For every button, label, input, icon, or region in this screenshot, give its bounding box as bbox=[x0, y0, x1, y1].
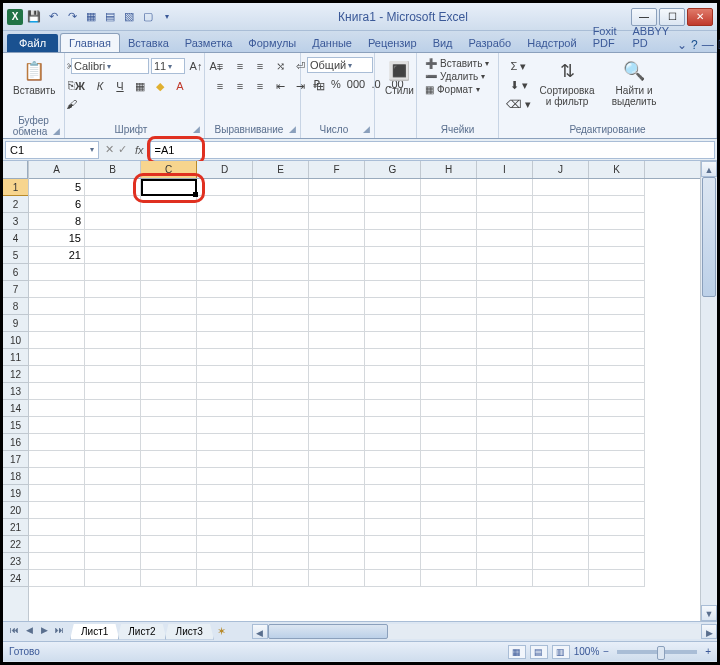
currency-icon[interactable]: ₽ bbox=[307, 75, 325, 93]
cell-F15[interactable] bbox=[309, 417, 365, 434]
cell-D23[interactable] bbox=[197, 553, 253, 570]
cell-D13[interactable] bbox=[197, 383, 253, 400]
cell-A6[interactable] bbox=[29, 264, 85, 281]
cell-G2[interactable] bbox=[365, 196, 421, 213]
cell-J10[interactable] bbox=[533, 332, 589, 349]
cell-I16[interactable] bbox=[477, 434, 533, 451]
tab-view[interactable]: Вид bbox=[425, 34, 461, 52]
cell-F5[interactable] bbox=[309, 247, 365, 264]
border-icon[interactable]: ▦ bbox=[131, 77, 149, 95]
cell-F14[interactable] bbox=[309, 400, 365, 417]
undo-icon[interactable]: ↶ bbox=[45, 9, 61, 25]
cell-G24[interactable] bbox=[365, 570, 421, 587]
cell-H15[interactable] bbox=[421, 417, 477, 434]
cell-G3[interactable] bbox=[365, 213, 421, 230]
cell-K23[interactable] bbox=[589, 553, 645, 570]
cell-C3[interactable] bbox=[141, 213, 197, 230]
cell-K20[interactable] bbox=[589, 502, 645, 519]
cell-E16[interactable] bbox=[253, 434, 309, 451]
alignment-launcher-icon[interactable]: ◢ bbox=[289, 124, 296, 134]
cell-J6[interactable] bbox=[533, 264, 589, 281]
cell-C14[interactable] bbox=[141, 400, 197, 417]
cell-F17[interactable] bbox=[309, 451, 365, 468]
cell-C23[interactable] bbox=[141, 553, 197, 570]
cell-I6[interactable] bbox=[477, 264, 533, 281]
hscroll-thumb[interactable] bbox=[268, 624, 388, 639]
cell-C6[interactable] bbox=[141, 264, 197, 281]
styles-button[interactable]: 🔳 Стили bbox=[381, 57, 418, 98]
cell-A11[interactable] bbox=[29, 349, 85, 366]
row-header-1[interactable]: 1 bbox=[3, 179, 28, 196]
align-left-icon[interactable]: ≡ bbox=[211, 77, 229, 95]
name-box[interactable]: C1 ▾ bbox=[5, 141, 99, 159]
cell-H19[interactable] bbox=[421, 485, 477, 502]
cell-H9[interactable] bbox=[421, 315, 477, 332]
vscroll-thumb[interactable] bbox=[702, 177, 716, 297]
tab-last-icon[interactable]: ⏭ bbox=[52, 625, 66, 639]
cell-J23[interactable] bbox=[533, 553, 589, 570]
cell-J24[interactable] bbox=[533, 570, 589, 587]
cell-A5[interactable]: 21 bbox=[29, 247, 85, 264]
fx-icon[interactable]: fx bbox=[131, 144, 148, 156]
cell-H17[interactable] bbox=[421, 451, 477, 468]
italic-icon[interactable]: К bbox=[91, 77, 109, 95]
cell-C12[interactable] bbox=[141, 366, 197, 383]
tab-foxit[interactable]: Foxit PDF bbox=[585, 22, 625, 52]
cell-F6[interactable] bbox=[309, 264, 365, 281]
cell-J20[interactable] bbox=[533, 502, 589, 519]
cell-G5[interactable] bbox=[365, 247, 421, 264]
cell-B9[interactable] bbox=[85, 315, 141, 332]
tab-addins[interactable]: Надстрой bbox=[519, 34, 584, 52]
cell-B22[interactable] bbox=[85, 536, 141, 553]
cell-C21[interactable] bbox=[141, 519, 197, 536]
cell-G10[interactable] bbox=[365, 332, 421, 349]
cell-K5[interactable] bbox=[589, 247, 645, 264]
grid[interactable]: ABCDEFGHIJK 55681521 bbox=[29, 161, 700, 621]
row-header-17[interactable]: 17 bbox=[3, 451, 28, 468]
row-header-19[interactable]: 19 bbox=[3, 485, 28, 502]
cell-H20[interactable] bbox=[421, 502, 477, 519]
row-header-6[interactable]: 6 bbox=[3, 264, 28, 281]
cell-A8[interactable] bbox=[29, 298, 85, 315]
cell-H4[interactable] bbox=[421, 230, 477, 247]
delete-cells-button[interactable]: ➖Удалить▾ bbox=[423, 70, 487, 83]
cell-A2[interactable]: 6 bbox=[29, 196, 85, 213]
sheet-tab-2[interactable]: Лист2 bbox=[117, 624, 166, 640]
cell-F19[interactable] bbox=[309, 485, 365, 502]
tab-pagelayout[interactable]: Разметка bbox=[177, 34, 241, 52]
autosum-icon[interactable]: Σ ▾ bbox=[505, 57, 532, 75]
doc-minimize-icon[interactable]: — bbox=[702, 38, 714, 52]
cell-K16[interactable] bbox=[589, 434, 645, 451]
cell-J19[interactable] bbox=[533, 485, 589, 502]
cell-I18[interactable] bbox=[477, 468, 533, 485]
cell-J9[interactable] bbox=[533, 315, 589, 332]
close-button[interactable]: ✕ bbox=[687, 8, 713, 26]
scroll-left-icon[interactable]: ◀ bbox=[252, 624, 268, 639]
cell-I4[interactable] bbox=[477, 230, 533, 247]
cell-J8[interactable] bbox=[533, 298, 589, 315]
cell-G20[interactable] bbox=[365, 502, 421, 519]
cell-E18[interactable] bbox=[253, 468, 309, 485]
cell-C7[interactable] bbox=[141, 281, 197, 298]
cell-E21[interactable] bbox=[253, 519, 309, 536]
cell-F1[interactable] bbox=[309, 179, 365, 196]
col-header-A[interactable]: A bbox=[29, 161, 85, 178]
cell-F12[interactable] bbox=[309, 366, 365, 383]
cell-B7[interactable] bbox=[85, 281, 141, 298]
cell-C24[interactable] bbox=[141, 570, 197, 587]
row-header-4[interactable]: 4 bbox=[3, 230, 28, 247]
minimize-ribbon-icon[interactable]: ⌄ bbox=[677, 38, 687, 52]
cell-B6[interactable] bbox=[85, 264, 141, 281]
cell-I22[interactable] bbox=[477, 536, 533, 553]
cell-E14[interactable] bbox=[253, 400, 309, 417]
cell-B24[interactable] bbox=[85, 570, 141, 587]
cell-I10[interactable] bbox=[477, 332, 533, 349]
cell-B18[interactable] bbox=[85, 468, 141, 485]
zoom-slider[interactable] bbox=[617, 650, 697, 654]
cell-K12[interactable] bbox=[589, 366, 645, 383]
cell-B5[interactable] bbox=[85, 247, 141, 264]
scroll-right-icon[interactable]: ▶ bbox=[701, 624, 717, 639]
insert-cells-button[interactable]: ➕Вставить▾ bbox=[423, 57, 491, 70]
cell-H7[interactable] bbox=[421, 281, 477, 298]
cell-A9[interactable] bbox=[29, 315, 85, 332]
